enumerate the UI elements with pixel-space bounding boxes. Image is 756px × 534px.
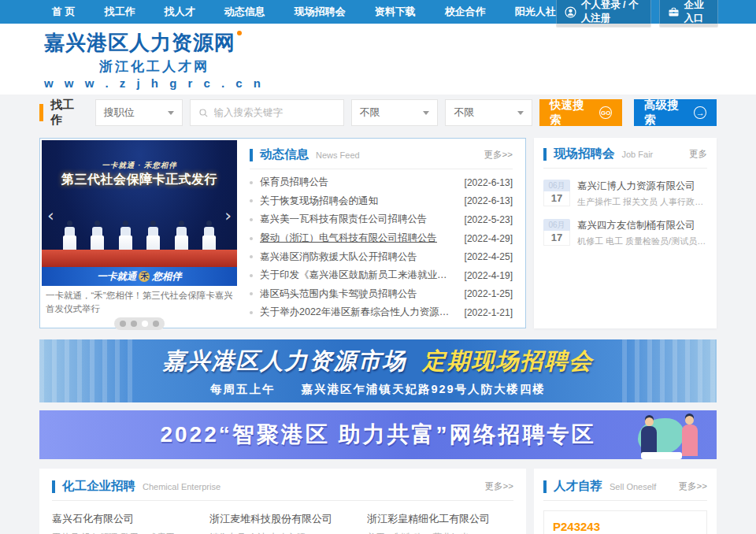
news-item[interactable]: 关于恢复现场招聘会的通知 [2022-6-13] xyxy=(250,192,513,211)
news-item-title: 关于举办2022年港区新春综合性人力资源暨春风... xyxy=(260,306,465,319)
personal-login-button[interactable]: 个人登录 / 个人注册 xyxy=(556,0,651,28)
date-badge: 06月 17 xyxy=(543,219,570,247)
news-item[interactable]: 关于举办2022年港区新春综合性人力资源暨春风... [2022-1-21] xyxy=(250,303,513,322)
job-fair-jobs: 机修工 电工 质量检验员/测试员 叉车... xyxy=(577,235,707,247)
bullet-icon xyxy=(250,311,253,314)
talent-more-link[interactable]: 更多>> xyxy=(679,480,707,492)
search-category-select[interactable]: 搜职位 xyxy=(95,99,183,126)
carousel-dot[interactable] xyxy=(120,321,126,327)
online-recruitment-banner[interactable]: 2022“智聚港区 助力共富”网络招聘专区 xyxy=(39,410,717,459)
section-bar xyxy=(52,480,55,493)
news-item-date: [2022-6-13] xyxy=(465,177,513,188)
chevron-down-icon xyxy=(517,111,524,115)
nav-item-find-talent[interactable]: 找人才 xyxy=(165,5,195,19)
carousel-dot-active[interactable] xyxy=(142,321,148,327)
band-prefix: 一卡就通 xyxy=(97,270,136,284)
filter-select-1[interactable]: 不限 xyxy=(351,99,439,126)
news-item-date: [2022-5-23] xyxy=(465,214,513,225)
news-item[interactable]: 保育员招聘公告 [2022-6-13] xyxy=(250,173,513,192)
chemical-title: 化工企业招聘 xyxy=(62,478,135,495)
user-icon xyxy=(565,6,576,18)
chemical-enterprise-panel: 化工企业招聘 Chemical Enterprise 更多>> 嘉兴石化有限公司… xyxy=(39,469,526,534)
news-item-hovered[interactable]: 磐动（浙江）电气科技有限公司招聘公告 [2022-4-29] xyxy=(250,229,513,248)
news-item[interactable]: 港区码头范围内集卡驾驶员招聘公告 [2022-1-25] xyxy=(250,285,513,304)
bullet-icon xyxy=(250,237,253,240)
logo-title-row: 嘉兴港区人力资源网 xyxy=(44,29,265,57)
carousel-next-arrow[interactable]: › xyxy=(224,207,232,224)
company-cell: 浙江彩皇精细化工有限公司 普工（制造科） 营业担当 xyxy=(367,512,513,534)
bullet-icon xyxy=(250,181,253,184)
news-item-title: 保育员招聘公告 xyxy=(260,176,465,189)
news-item[interactable]: 关于印发《嘉兴港区鼓励新员工来港就业补助操作... [2022-4-19] xyxy=(250,266,513,285)
job-fair-item[interactable]: 06月 17 嘉兴四方友信制桶有限公司 机修工 电工 质量检验员/测试员 叉车.… xyxy=(543,219,707,247)
job-fair-more-link[interactable]: 更多 xyxy=(689,148,707,160)
chevron-down-icon xyxy=(168,111,174,115)
chemical-more-link[interactable]: 更多>> xyxy=(485,480,513,492)
nav-links: 首 页 找工作 找人才 动态信息 现场招聘会 资料下载 校企合作 阳光人社 xyxy=(52,5,556,19)
slide-tagline-prefix: 一卡就通 xyxy=(102,161,135,169)
news-item-date: [2022-4-25] xyxy=(465,251,513,262)
news-item-date: [2022-4-29] xyxy=(465,233,513,244)
top-navigation: 首 页 找工作 找人才 动态信息 现场招聘会 资料下载 校企合作 阳光人社 个人… xyxy=(0,0,756,24)
job-fair-jobs: 生产操作工 报关文员 人事行政助理... xyxy=(577,196,707,208)
filter-select-2[interactable]: 不限 xyxy=(445,99,532,126)
search-accent-bar xyxy=(39,104,43,121)
slide-stage-floor xyxy=(42,250,237,267)
news-subtitle: News Feed xyxy=(316,150,360,160)
talent-entry[interactable]: P243243 男 ｜ 嘉兴市->嘉兴港区 ｜ 八年以上 xyxy=(543,510,707,534)
carousel: 一卡就通 · 禾您相伴 第三代社会保障卡正式发行 一卡就通 禾 xyxy=(40,139,239,328)
job-fair-item[interactable]: 06月 17 嘉兴汇博人力资源有限公司 生产操作工 报关文员 人事行政助理... xyxy=(543,180,707,208)
news-title: 动态信息 xyxy=(260,146,309,163)
banner2-title: 2022“智聚港区 助力共富”网络招聘专区 xyxy=(160,420,595,450)
talent-title: 人才自荐 xyxy=(554,478,602,495)
chemical-header: 化工企业招聘 Chemical Enterprise 更多>> xyxy=(52,478,513,501)
job-fair-company: 嘉兴汇博人力资源有限公司 xyxy=(577,180,707,193)
carousel-slide[interactable]: 一卡就通 · 禾您相伴 第三代社会保障卡正式发行 一卡就通 禾 xyxy=(42,140,237,286)
carousel-dot[interactable] xyxy=(153,321,159,327)
quick-search-button[interactable]: 快速搜索 GO xyxy=(539,99,622,126)
chevron-down-icon xyxy=(423,111,429,115)
enterprise-entry-button[interactable]: 企业入口 xyxy=(659,0,718,28)
advanced-search-button[interactable]: 高级搜索 → xyxy=(634,99,717,126)
news-item-title: 港区码头范围内集卡驾驶员招聘公告 xyxy=(260,287,465,301)
nav-item-home[interactable]: 首 页 xyxy=(52,5,76,19)
company-name-link[interactable]: 浙江麦堆科技股份有限公司 xyxy=(209,512,356,526)
nav-item-find-job[interactable]: 找工作 xyxy=(105,5,135,19)
job-fair-title: 现场招聘会 xyxy=(554,146,615,162)
site-logo[interactable]: 嘉兴港区人力资源网 浙江化工人才网 w w w . z j h g r c . … xyxy=(44,29,265,90)
news-item[interactable]: 嘉兴港区消防救援大队公开招聘公告 [2022-4-25] xyxy=(250,247,513,266)
carousel-prev-arrow[interactable]: ‹ xyxy=(47,207,54,224)
date-badge-day: 17 xyxy=(543,231,570,246)
bullet-icon xyxy=(250,199,253,202)
keyword-input[interactable] xyxy=(214,107,335,118)
date-badge-month: 06月 xyxy=(543,219,570,231)
talent-id-link[interactable]: P243243 xyxy=(553,520,698,533)
date-badge-month: 06月 xyxy=(543,180,570,191)
company-name-link[interactable]: 嘉兴石化有限公司 xyxy=(52,512,198,526)
nav-actions: 个人登录 / 个人注册 企业入口 xyxy=(556,0,718,28)
nav-item-downloads[interactable]: 资料下载 xyxy=(375,5,416,19)
news-item[interactable]: 嘉兴美一瓦科技有限责任公司招聘公告 [2022-5-23] xyxy=(250,210,513,229)
illustration-desk xyxy=(641,452,682,459)
nav-item-news[interactable]: 动态信息 xyxy=(224,5,265,19)
carousel-dot[interactable] xyxy=(131,321,137,327)
news-panel: 一卡就通 · 禾您相伴 第三代社会保障卡正式发行 一卡就通 禾 xyxy=(39,138,526,328)
nav-item-school-cooperation[interactable]: 校企合作 xyxy=(445,5,486,19)
banner1-title-row: 嘉兴港区人力资源市场 定期现场招聘会 xyxy=(163,346,594,377)
carousel-caption[interactable]: 一卡就通，“禾”您相伴！第三代社会保障卡嘉兴首发仪式举行 xyxy=(42,286,237,315)
bullet-icon xyxy=(250,218,253,221)
section-bar xyxy=(250,149,253,161)
company-name-link[interactable]: 浙江彩皇精细化工有限公司 xyxy=(367,512,513,526)
section-bar xyxy=(543,148,547,161)
news-more-link[interactable]: 更多>> xyxy=(484,149,513,161)
job-fair-banner[interactable]: 嘉兴港区人力资源市场 定期现场招聘会 每周五上午 嘉兴港区乍浦镇天妃路929号人… xyxy=(39,339,717,402)
nav-item-job-fair[interactable]: 现场招聘会 xyxy=(295,5,346,19)
nav-item-sunshine-hr[interactable]: 阳光人社 xyxy=(515,5,556,19)
news-item-date: [2022-6-13] xyxy=(465,195,513,206)
quick-search-label: 快速搜索 xyxy=(550,98,594,128)
filter-1-value: 不限 xyxy=(360,106,380,120)
bottom-row: 化工企业招聘 Chemical Enterprise 更多>> 嘉兴石化有限公司… xyxy=(39,469,717,534)
section-bar xyxy=(543,480,547,493)
bullet-icon xyxy=(250,274,253,277)
search-category-value: 搜职位 xyxy=(104,106,135,120)
